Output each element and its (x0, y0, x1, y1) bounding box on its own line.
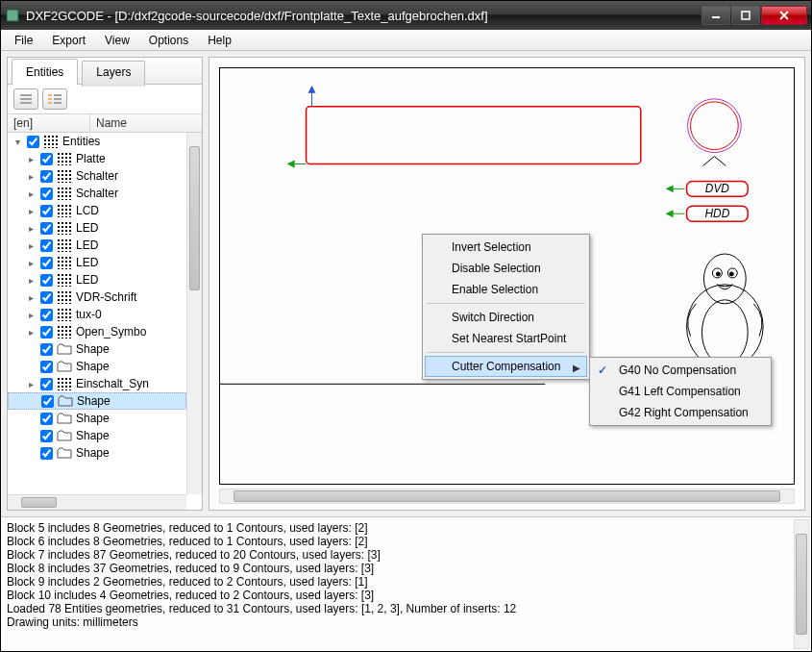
ctx-switch-direction[interactable]: Switch Direction (425, 307, 587, 328)
tree-row[interactable]: ▸tux-0 (8, 306, 186, 323)
expander-icon[interactable]: ▸ (25, 292, 37, 303)
visibility-checkbox[interactable] (40, 326, 53, 339)
ctx-invert-selection[interactable]: Invert Selection (425, 237, 587, 258)
ctx-disable-selection[interactable]: Disable Selection (425, 258, 587, 279)
visibility-checkbox[interactable] (27, 136, 39, 148)
expander-icon[interactable]: ▸ (25, 275, 37, 286)
menu-view[interactable]: View (97, 32, 137, 49)
visibility-checkbox[interactable] (40, 188, 53, 200)
expander-icon[interactable]: ▸ (25, 223, 37, 234)
cutter-compensation-submenu: ✓ G40 No Compensation G41 Left Compensat… (589, 357, 772, 426)
tree-row[interactable]: ▸LED (8, 219, 186, 237)
submenu-arrow-icon: ▶ (573, 363, 580, 373)
entity-icon (57, 377, 72, 390)
tree-row[interactable]: ▸LED (8, 254, 186, 271)
ctx-set-nearest-startpoint[interactable]: Set Nearest StartPoint (425, 328, 587, 349)
visibility-checkbox[interactable] (40, 378, 53, 390)
ctx-g42[interactable]: G42 Right Compensation (592, 402, 769, 423)
tree-row[interactable]: Shape (8, 444, 186, 462)
canvas-horizontal-scrollbar[interactable] (219, 489, 795, 504)
visibility-checkbox[interactable] (40, 239, 53, 252)
menu-export[interactable]: Export (44, 32, 93, 49)
tree-horizontal-scrollbar[interactable] (8, 494, 186, 510)
visibility-checkbox[interactable] (40, 153, 53, 165)
visibility-checkbox[interactable] (40, 170, 53, 183)
expander-icon[interactable]: ▾ (12, 137, 23, 147)
close-button[interactable] (761, 6, 807, 25)
expander-icon[interactable]: ▸ (25, 379, 37, 389)
shape-icon (57, 342, 72, 356)
ctx-g40[interactable]: ✓ G40 No Compensation (592, 360, 769, 381)
collapse-all-button[interactable] (13, 88, 38, 110)
titlebar[interactable]: DXF2GCODE - [D:/dxf2gcode-sourcecode/dxf… (1, 1, 811, 30)
tree-row[interactable]: Shape (8, 358, 186, 375)
entity-icon (57, 152, 72, 165)
visibility-checkbox[interactable] (40, 361, 53, 373)
tree-row[interactable]: ▸LED (8, 271, 186, 288)
visibility-checkbox[interactable] (40, 222, 53, 235)
minimize-button[interactable] (701, 6, 730, 25)
entity-tree: ▾Entities▸Platte▸Schalter▸Schalter▸LCD▸L… (8, 133, 202, 510)
visibility-checkbox[interactable] (40, 343, 53, 356)
tree-row-label: LED (76, 273, 98, 287)
ctx-enable-selection[interactable]: Enable Selection (425, 279, 587, 300)
expander-icon[interactable]: ▸ (25, 206, 37, 216)
tree-row-label: Einschalt_Syn (76, 377, 149, 390)
tree-row-label: Schalter (76, 187, 118, 200)
tree-row[interactable]: ▸Open_Symbo (8, 323, 186, 340)
tree-vertical-scrollbar[interactable] (186, 133, 202, 494)
window-title: DXF2GCODE - [D:/dxf2gcode-sourcecode/dxf… (26, 9, 701, 23)
tree-row[interactable]: ▸VDR-Schrift (8, 288, 186, 306)
expander-icon[interactable]: ▸ (25, 310, 37, 320)
tree-row[interactable]: Shape (8, 427, 186, 444)
tree-row[interactable]: ▾Entities (8, 133, 186, 150)
svg-point-5 (691, 102, 739, 150)
tree-header-col2[interactable]: Name (90, 114, 133, 132)
tree-row[interactable]: Shape (8, 340, 186, 358)
visibility-checkbox[interactable] (40, 205, 53, 217)
client-area: Entities Layers [en] Name ▾Entities▸Plat… (1, 51, 811, 516)
expander-icon[interactable]: ▸ (25, 188, 37, 199)
entity-icon (57, 290, 72, 304)
drawing-canvas[interactable]: DVD HDD (219, 67, 795, 485)
ctx-cutter-compensation[interactable]: Cutter Compensation ▶ (425, 356, 587, 377)
tree-row[interactable]: Shape (8, 410, 186, 427)
menu-options[interactable]: Options (141, 32, 196, 49)
expander-icon[interactable]: ▸ (25, 154, 37, 164)
tab-entities[interactable]: Entities (12, 59, 78, 85)
tree-row[interactable]: ▸Schalter (8, 167, 186, 185)
menu-file[interactable]: File (7, 32, 40, 49)
tree-row-label: Shape (76, 429, 110, 442)
expander-icon[interactable]: ▸ (25, 327, 37, 338)
tree-row[interactable]: Shape (8, 392, 186, 410)
entity-icon (57, 169, 72, 183)
log-line: Loaded 78 Entities geometries, reduced t… (7, 602, 805, 615)
expander-icon[interactable]: ▸ (25, 258, 37, 268)
ctx-g41[interactable]: G41 Left Compensation (592, 381, 769, 402)
log-vertical-scrollbar[interactable] (794, 519, 809, 649)
tab-layers[interactable]: Layers (82, 61, 145, 87)
tree-row[interactable]: ▸LED (8, 237, 186, 254)
ctx-separator (427, 352, 585, 353)
visibility-checkbox[interactable] (40, 413, 53, 425)
tree-row[interactable]: ▸Schalter (8, 185, 186, 202)
tree-row[interactable]: ▸Platte (8, 150, 186, 167)
menu-help[interactable]: Help (200, 32, 239, 49)
visibility-checkbox[interactable] (40, 291, 53, 304)
tree-row-label: LED (76, 221, 98, 235)
expander-icon[interactable]: ▸ (25, 240, 37, 251)
expand-all-button[interactable] (42, 88, 67, 110)
visibility-checkbox[interactable] (40, 257, 53, 269)
visibility-checkbox[interactable] (40, 309, 53, 321)
tree-row[interactable]: ▸LCD (8, 202, 186, 219)
visibility-checkbox[interactable] (41, 395, 54, 408)
visibility-checkbox[interactable] (40, 447, 53, 460)
maximize-button[interactable] (731, 6, 760, 25)
expander-icon[interactable]: ▸ (25, 171, 37, 182)
tree-row[interactable]: ▸Einschalt_Syn (8, 375, 186, 392)
entity-icon (57, 325, 72, 339)
visibility-checkbox[interactable] (40, 430, 53, 442)
tree-header-col1[interactable]: [en] (8, 114, 90, 132)
shape-icon (57, 446, 72, 460)
visibility-checkbox[interactable] (40, 274, 53, 287)
